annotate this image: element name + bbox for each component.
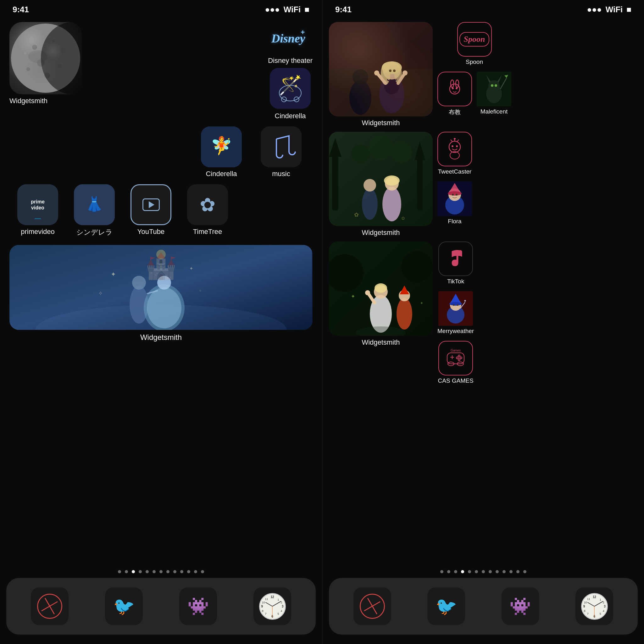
discord-dock-right[interactable]: 👾 bbox=[502, 587, 539, 625]
shindere-item: 👗 シンデレラ bbox=[69, 184, 119, 237]
dot-6 bbox=[159, 570, 163, 573]
top-row: Widgetsmith Disney + Disney theater 🪄 bbox=[9, 22, 313, 120]
dot-4 bbox=[146, 570, 149, 573]
tiktok-item: TikTok bbox=[437, 241, 474, 285]
svg-point-78 bbox=[362, 188, 378, 220]
clock-dock-icon[interactable]: 12 1 2 3 4 5 6 7 8 9 10 11 bbox=[253, 587, 291, 625]
cinderella-icon[interactable]: 🧚 bbox=[201, 126, 242, 167]
svg-text:👗: 👗 bbox=[86, 196, 103, 213]
primevideo-icon[interactable]: primevideo — bbox=[17, 184, 58, 225]
twitter-bird-icon: 🐦 bbox=[113, 596, 135, 617]
status-bar-left: 9:41 ●●● WiFi ■ bbox=[0, 0, 322, 19]
svg-point-82 bbox=[449, 141, 460, 153]
compass-dock-icon[interactable] bbox=[31, 587, 69, 625]
shindere-label: シンデレラ bbox=[76, 228, 113, 237]
svg-point-28 bbox=[132, 276, 146, 290]
svg-point-39 bbox=[379, 75, 404, 113]
dot-0 bbox=[118, 570, 121, 573]
cinderella-label: Cinderella bbox=[206, 170, 237, 178]
svg-point-1 bbox=[32, 45, 37, 50]
maleficent-item: Maleficent bbox=[477, 72, 511, 116]
timetree-icon[interactable]: ✿ bbox=[187, 184, 228, 225]
svg-text:✦: ✦ bbox=[111, 271, 116, 278]
dot-12 bbox=[201, 570, 204, 573]
svg-point-47 bbox=[374, 70, 379, 75]
clock-right-minute-hand bbox=[594, 601, 603, 606]
casgames-label: CAS GAMES bbox=[438, 377, 474, 384]
aurora-widget[interactable] bbox=[329, 22, 433, 116]
page-dots-left bbox=[0, 565, 322, 578]
right-row-3: ✦ ✦ Widgetsmith bbox=[329, 241, 638, 384]
merryweather-icon[interactable]: ✦ bbox=[438, 291, 473, 326]
svg-rect-38 bbox=[329, 69, 433, 116]
r-dot-5 bbox=[475, 570, 478, 573]
status-icons-left: ●●● WiFi ■ bbox=[265, 5, 309, 14]
svg-point-51 bbox=[389, 69, 391, 72]
svg-point-55 bbox=[456, 80, 459, 87]
cinderella-icon-large[interactable]: 🪄 bbox=[270, 68, 311, 109]
svg-point-77 bbox=[384, 175, 400, 186]
r-dot-2 bbox=[454, 570, 457, 573]
svg-point-7 bbox=[24, 52, 26, 55]
compass-dock-right[interactable] bbox=[353, 587, 391, 625]
dot-2-active bbox=[132, 570, 135, 573]
svg-point-41 bbox=[383, 62, 401, 80]
fukyo-icon[interactable] bbox=[437, 72, 472, 106]
dot-8 bbox=[173, 570, 176, 573]
moon-widget[interactable] bbox=[9, 22, 82, 94]
r-dot-8 bbox=[496, 570, 499, 573]
svg-text:✧: ✧ bbox=[199, 289, 202, 293]
svg-point-48 bbox=[403, 70, 408, 75]
svg-point-86 bbox=[454, 138, 456, 140]
flora-icon[interactable] bbox=[437, 181, 472, 216]
svg-point-125 bbox=[460, 357, 462, 359]
svg-point-63 bbox=[491, 84, 493, 87]
moon-widget-label: Widgetsmith bbox=[9, 97, 82, 105]
svg-point-43 bbox=[381, 63, 390, 85]
status-bar-right: 9:41 ●●● WiFi ■ bbox=[323, 0, 644, 19]
fukyo-maleficent-row: 布教 bbox=[437, 72, 511, 116]
dot-10 bbox=[187, 570, 190, 573]
timetree-item: ✿ TimeTree bbox=[182, 184, 233, 236]
tiktok-icon[interactable] bbox=[438, 241, 473, 276]
dance-widget[interactable]: ✦ ✦ ✧ ✧ bbox=[9, 245, 313, 330]
compass-right-icon bbox=[360, 594, 385, 619]
forest-widget-label: Widgetsmith bbox=[362, 229, 400, 237]
r-dot-9 bbox=[502, 570, 506, 573]
music-app-item: music bbox=[256, 126, 306, 178]
tweetcaster-icon[interactable] bbox=[437, 132, 472, 166]
tweetcaster-item: TweetCaster bbox=[437, 132, 472, 175]
svg-point-30 bbox=[144, 284, 185, 330]
spoon-label: Spoon bbox=[466, 58, 483, 65]
casgames-icon[interactable]: Games bbox=[438, 341, 473, 375]
svg-point-126 bbox=[458, 359, 460, 361]
r-dot-3-active bbox=[461, 570, 464, 573]
spoon-icon[interactable]: Spoon bbox=[457, 22, 492, 57]
twitter-dock-icon[interactable]: 🐦 bbox=[105, 587, 143, 625]
svg-point-10 bbox=[41, 22, 82, 94]
disney-logo[interactable]: Disney + bbox=[270, 22, 311, 53]
music-icon[interactable] bbox=[261, 126, 302, 167]
timetree-flower-icon: ✿ bbox=[200, 194, 215, 216]
forest-widget[interactable]: ✿ ✿ bbox=[329, 132, 433, 226]
r-dot-11 bbox=[516, 570, 519, 573]
youtube-icon[interactable] bbox=[130, 184, 171, 225]
svg-point-64 bbox=[495, 84, 497, 87]
svg-point-40 bbox=[384, 75, 400, 94]
discord-dock-icon[interactable]: 👾 bbox=[179, 587, 217, 625]
moon-widget-container: Widgetsmith bbox=[9, 22, 82, 105]
dance2-widget[interactable]: ✦ ✦ bbox=[329, 241, 433, 336]
merryweather-item: ✦ Merryweather bbox=[437, 291, 474, 335]
right-col-3: TikTok bbox=[437, 241, 474, 384]
svg-point-44 bbox=[394, 64, 402, 83]
svg-point-3 bbox=[37, 59, 45, 67]
maleficent-icon[interactable] bbox=[477, 72, 511, 106]
shindere-icon[interactable]: 👗 bbox=[74, 184, 115, 225]
maleficent-label: Maleficent bbox=[480, 108, 508, 115]
clock-dock-right[interactable]: 12 1 2 3 4 5 6 7 8 9 10 11 bbox=[575, 587, 613, 625]
dock-left: 🐦 👾 12 1 2 3 4 5 6 7 8 9 10 11 bbox=[6, 578, 316, 635]
twitter-bird-right-icon: 🐦 bbox=[436, 596, 457, 617]
svg-point-115 bbox=[449, 302, 462, 306]
twitter-dock-right[interactable]: 🐦 bbox=[427, 587, 465, 625]
tweetcaster-label: TweetCaster bbox=[438, 168, 472, 175]
